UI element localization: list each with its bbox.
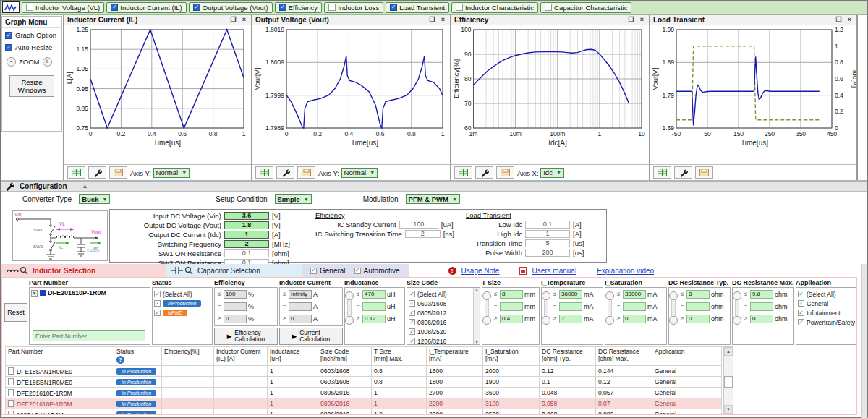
filter-input-eq[interactable] [559,302,582,311]
view-toggle-load-transient[interactable]: ✓Load Transient [386,2,449,13]
range-slider[interactable] [735,294,739,322]
scroll-up-icon[interactable]: ▲ [724,347,733,356]
save-image-icon[interactable] [297,166,315,179]
settings-wrench-icon[interactable] [674,166,692,179]
filter-input-min[interactable]: 0 [623,315,646,323]
scroll-down-icon[interactable]: ▼ [475,340,479,344]
filter-input-max[interactable]: 100 [224,290,247,299]
chart-canvas[interactable]: 00.20.40.60.811.79891.79991.80091.8019Ti… [252,25,450,148]
filter-input-eq[interactable] [362,302,386,311]
filter-input-max[interactable]: 8 [686,290,710,299]
slider-handle-min[interactable] [542,316,550,325]
slider-handle-max[interactable] [733,291,741,300]
param-field[interactable]: 100 [399,221,438,229]
slider-handle-max[interactable] [605,291,614,300]
param-field[interactable]: 2 [405,230,441,238]
users-manual-link[interactable]: Users manual [532,267,576,275]
filter-input-min[interactable]: 0.12 [362,315,386,323]
view-toggle-inductor-voltage-vl[interactable]: Inductor Voltage (VL) [22,2,104,13]
settings-wrench-icon[interactable] [276,166,294,179]
table-row[interactable]: 1286AS-H-1R0MIn Production10806/20161.22… [6,409,722,415]
save-image-icon[interactable] [695,166,713,179]
status-filter-select-all[interactable]: ✓(Select All) [154,289,210,299]
scroll-down-icon[interactable]: ▼ [724,405,733,414]
collapse-icon[interactable]: ▲ [82,183,88,189]
page-scrollbar-strip[interactable] [861,264,867,418]
scope-general[interactable]: ✓General [310,267,346,275]
zoom-out-button[interactable]: - [7,57,16,67]
param-field[interactable]: 1.8 [224,221,269,229]
table-row[interactable]: DFE18SAN1R0ME0In Production10603/16080.8… [6,366,722,377]
filter-input-min[interactable]: 0.4 [500,315,523,323]
slider-handle-max[interactable] [345,291,354,300]
maximize-icon[interactable]: ❐ [835,17,843,23]
column-header-size-code-inch-mm[interactable]: Size Code[inch/mm] [318,347,372,366]
maximize-icon[interactable]: ❐ [428,17,436,23]
scrollbar-thumb[interactable] [724,376,733,388]
list-option-select-all[interactable]: ✓(Select All) [798,289,857,299]
status-filter-nrnd[interactable]: ✓NRND [154,308,210,317]
list-scrollbar[interactable]: ▲▼ [473,288,480,344]
help-icon[interactable]: ? [116,356,124,364]
export-table-icon[interactable] [454,166,472,179]
axis-select[interactable]: Normal▼ [341,168,378,178]
converter-type-select[interactable]: Buck▼ [79,194,110,204]
column-header-efficiency[interactable]: Efficiency[%] [162,347,214,366]
filter-input-max[interactable]: 36000 [559,290,582,299]
filter-input-max[interactable]: 8 [500,290,523,299]
settings-wrench-icon[interactable] [88,166,106,179]
scope-automotive[interactable]: ✓Automotive [354,267,400,275]
remove-part-icon[interactable]: × [31,290,38,297]
slider-handle-min[interactable] [345,316,354,325]
column-header-status[interactable]: Status? [114,347,162,366]
view-toggle-output-voltage-vout[interactable]: ✓Output Voltage (Vout) [189,2,273,13]
maximize-icon[interactable]: ❐ [627,17,635,23]
filter-input-max[interactable]: 33000 [623,290,646,299]
table-row[interactable]: DFE201610E-1R0MIn Production10806/201612… [6,388,722,398]
column-header-dc-resistance-ohm-max[interactable]: DC Resistance[ohm] Max. [596,347,652,366]
filter-input-min[interactable]: 0 [686,315,710,323]
usage-note-link[interactable]: Usage Note [461,267,500,275]
view-toggle-inductor-loss[interactable]: Inductor Loss [324,2,383,13]
chart-canvas[interactable]: 1m10m100m11060708090100Idc[A]Efficiency[… [451,25,649,148]
slider-handle-min[interactable] [733,316,741,325]
slider-handle-max[interactable] [669,291,678,300]
table-row[interactable]: DFE18SBN1R0ME0In Production10603/16080.8… [6,377,722,388]
range-slider[interactable] [485,294,489,322]
chart-canvas[interactable]: 00.20.40.60.810.750.850.951.051.151.25Ti… [64,25,251,148]
modulation-select[interactable]: PFM & PWM▼ [406,194,460,204]
filter-input-eq[interactable] [750,302,773,311]
chart-canvas[interactable]: -50501502503504501.691.791.891.9900.20.4… [650,25,856,148]
efficiency-calculation-button[interactable]: ▶EfficiencyCalculation [214,328,278,345]
maximize-icon[interactable]: ❐ [229,17,237,23]
list-option-general[interactable]: ✓General [798,299,857,308]
list-option-infotainment[interactable]: ✓Infotainment [798,308,857,317]
save-image-icon[interactable] [109,166,127,179]
explanation-video-link[interactable]: Explanation video [597,267,654,275]
filter-input-min[interactable]: 0 [289,315,312,323]
param-field[interactable]: 5 [525,239,570,247]
zoom-in-button[interactable]: + [43,57,52,67]
close-icon[interactable]: × [240,17,248,23]
filter-input-max[interactable]: Infinity [289,290,312,299]
range-slider[interactable] [671,294,676,322]
list-option-1008-2520[interactable]: ✓1008/2520 [409,327,472,336]
part-number-input[interactable] [33,330,145,341]
filter-input-eq[interactable] [500,302,523,311]
param-field[interactable]: 200 [525,249,570,257]
close-icon[interactable]: × [846,17,854,23]
filter-input-min[interactable]: 0 [750,315,773,323]
settings-wrench-icon[interactable] [475,166,493,179]
graph-menu-option-graph-option[interactable]: ✓Graph Option [2,28,61,40]
filter-input-eq[interactable] [224,302,247,311]
configuration-header[interactable]: Configuration ▲ [1,180,867,192]
filter-input-min[interactable]: 0 [224,315,247,323]
view-toggle-inductor-characteristic[interactable]: Inductor Characteristic [451,2,538,13]
param-field[interactable]: 0.1 [224,249,269,257]
list-option-select-all[interactable]: ✓(Select All) [409,289,472,299]
column-header-dc-resistance-ohm-typ[interactable]: DC Resistance[ohm] Typ. [540,347,596,366]
range-slider[interactable] [544,294,548,322]
range-slider[interactable] [347,294,352,322]
column-header-t-size-mm-max[interactable]: T Size[mm] Max. [372,347,427,366]
current-calculation-button[interactable]: ▶CurrentCalculation [279,328,343,345]
